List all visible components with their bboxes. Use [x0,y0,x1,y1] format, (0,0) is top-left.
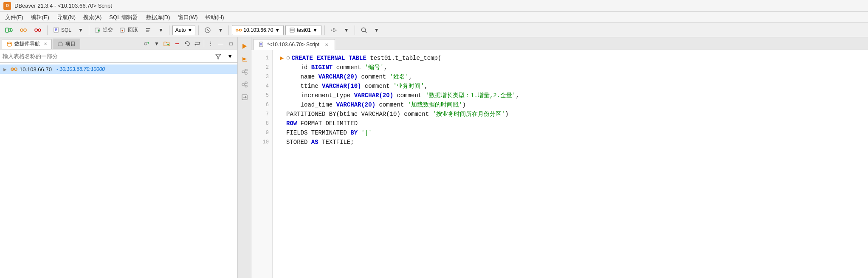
panel-add-connection-icon [144,41,149,47]
line-num-3: 3 [262,72,272,81]
history-btn[interactable] [202,25,214,35]
title-bar: D DBeaver 21.3.4 - <10.103.66.70> Script [0,0,868,12]
svg-point-25 [240,29,242,31]
data-transfer-btn[interactable] [239,92,250,103]
panel-switch-btn[interactable] [193,39,202,48]
clock-icon [204,27,211,34]
panel-more-btn[interactable]: ⋮ [206,39,215,48]
format-icon [145,27,152,34]
code-line-10: STORED AS TEXTFILE; [278,138,863,147]
run-script-btn[interactable] [239,41,250,52]
code-line-4: ttime VARCHAR(10) comment '业务时间' , [278,81,863,91]
sql-dropdown-btn[interactable]: ▼ [76,25,86,35]
svg-rect-62 [242,84,244,85]
collapse-indicator-1: ⊖ [286,53,290,63]
disconnect-btn[interactable] [31,25,44,36]
menu-sql-editor[interactable]: SQL 编辑器 [106,13,141,22]
filter-btn[interactable] [213,52,223,61]
tree-connection-label: 10.103.66.70 [20,66,52,73]
editor-tab-close[interactable]: ✕ [324,42,330,48]
panel-refresh-btn[interactable] [183,39,192,48]
tab-projects-label: 项目 [65,40,76,48]
menu-database[interactable]: 数据库(D) [143,13,174,22]
svg-point-7 [35,29,37,31]
panel-add-folder-btn[interactable] [162,39,172,48]
tab-db-navigator-close[interactable]: ✕ [44,42,47,46]
format-btn[interactable] [142,25,154,35]
panel-remove-icon [174,41,180,47]
menu-search[interactable]: 搜索(A) [80,13,105,22]
editor-tab-label: *<10.103.66.70> Script [267,42,319,48]
tree-arrow-connection: ▶ [3,67,8,72]
svg-point-33 [335,29,336,31]
format-dropdown-btn[interactable]: ▼ [156,25,166,35]
panel-add-dropdown-btn[interactable]: ▼ [152,39,161,48]
tab-db-navigator[interactable]: 数据库导航 ✕ [2,39,52,49]
svg-point-24 [236,29,238,31]
svg-point-5 [24,29,26,31]
line1-indicator: ▶ [278,53,286,63]
filter-icon [215,53,221,59]
tree-connection-sublabel: - 10.103.66.70:10000 [56,66,105,72]
menu-navigate[interactable]: 导航(N) [54,13,79,22]
sql-editor-btn[interactable]: SQL [51,25,74,35]
search-toolbar-dropdown-btn[interactable]: ▼ [372,25,382,35]
svg-line-65 [244,83,245,84]
sql-label: SQL [61,27,71,33]
svg-rect-0 [6,28,8,32]
panel-remove-btn[interactable] [172,39,182,48]
code-line-2: id BIGINT comment '编号' , [278,63,863,72]
toolbar-sep-1 [47,25,48,35]
menu-file[interactable]: 文件(F) [2,13,27,22]
svg-point-31 [333,31,335,32]
explain-btn[interactable] [239,66,250,77]
menu-edit[interactable]: 编辑(E) [28,13,53,22]
panel-minimize-btn[interactable]: — [216,39,225,48]
kw-external-table: EXTERNAL TABLE [316,53,366,63]
panel-maximize-btn[interactable]: □ [226,39,236,48]
script-actions-btn[interactable] [328,25,340,35]
new-connection-btn[interactable] [3,25,15,36]
connect-btn[interactable] [17,25,30,36]
code-line-6: load_time VARCHAR(20) comment '加载数据的时间戳'… [278,100,863,110]
editor-tab-script[interactable]: *<10.103.66.70> Script ✕ [253,39,335,50]
rollback-btn[interactable]: 回滚 [117,25,141,35]
tree-item-connection[interactable]: ▶ 10.103.66.70 - 10.103.66.70:10000 [0,65,237,74]
panel-add-folder-icon [163,41,170,47]
auto-dropdown[interactable]: Auto ▼ [172,25,196,35]
script-actions-dropdown-btn[interactable]: ▼ [341,25,352,35]
svg-point-51 [14,68,17,70]
toolbar-sep-7 [355,25,355,35]
explain-stats-btn[interactable]: + [239,79,250,90]
search-input[interactable] [3,53,211,59]
toolbar-sep-5 [228,25,229,35]
svg-rect-64 [245,85,247,87]
code-line-9: FIELDS TERMINATED BY '|' [278,128,863,138]
auto-dropdown-arrow: ▼ [187,27,192,33]
panel-add-connection-btn[interactable] [142,39,151,48]
line-num-10: 10 [259,138,272,147]
code-line-5: increment_type VARCHAR(20) comment '数据增长… [278,91,863,100]
svg-rect-27 [290,28,294,32]
history-dropdown-btn[interactable]: ▼ [215,25,225,35]
svg-marker-46 [199,42,200,44]
database-tree: ▶ 10.103.66.70 - 10.103.66.70:10000 [0,63,237,278]
filter-dropdown-btn[interactable]: ▼ [225,52,235,61]
connection-selector[interactable]: 10.103.66.70 ▼ [232,25,284,35]
code-content[interactable]: ▶ ⊖ CREATE EXTERNAL TABLE test01.t_table… [273,50,868,278]
tab-projects[interactable]: 项目 [53,39,80,49]
panel-tabs: 数据库导航 ✕ 项目 [0,37,237,50]
svg-rect-59 [245,73,247,74]
submit-btn[interactable]: 提交 [92,25,116,35]
search-toolbar-icon [361,27,367,34]
search-toolbar-btn[interactable] [358,25,370,35]
svg-marker-70 [245,96,247,98]
svg-point-4 [20,29,23,31]
run-query-btn[interactable] [239,53,250,65]
menu-help[interactable]: 帮助(H) [202,13,227,22]
connection-label: 10.103.66.70 [243,27,273,33]
kw-create: CREATE [291,53,313,63]
menu-window[interactable]: 窗口(W) [175,13,201,22]
auto-label: Auto [175,27,186,33]
database-selector[interactable]: test01 ▼ [285,25,321,35]
